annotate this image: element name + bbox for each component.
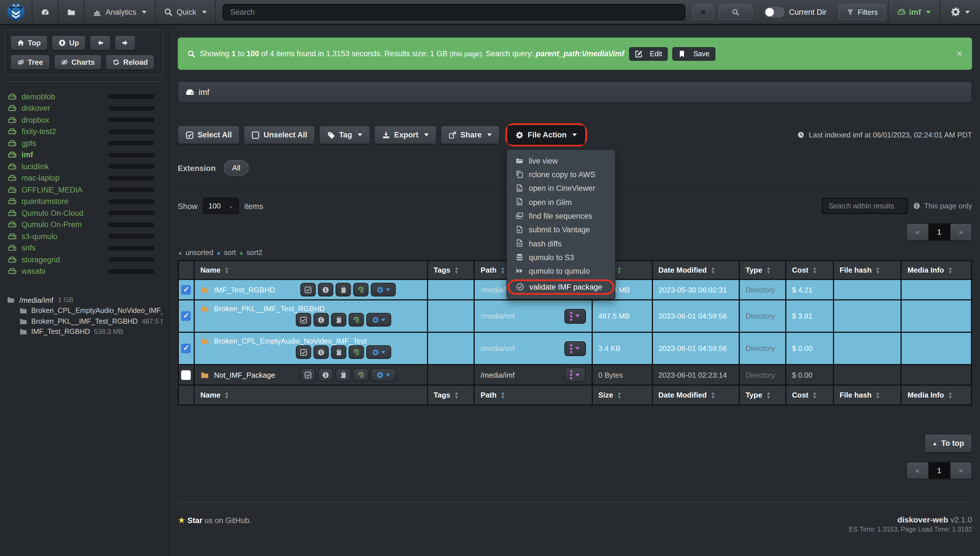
- current-page-button[interactable]: 1: [928, 224, 949, 240]
- row-hash-button[interactable]: [353, 368, 368, 381]
- column-header-cost[interactable]: Cost ▲▼: [786, 261, 834, 279]
- sidebar-item-index[interactable]: fixity-test2: [8, 126, 162, 137]
- sort-arrows-icon[interactable]: ▲▼: [454, 266, 459, 274]
- row-name[interactable]: Broken_PKL__IMF_Test_RGBHD: [200, 304, 421, 313]
- sort-arrows-icon[interactable]: ▲▼: [224, 266, 229, 274]
- row-actions-dropdown-button[interactable]: [371, 283, 396, 296]
- file-browser-menu[interactable]: [58, 0, 85, 24]
- sidebar-item-index[interactable]: OFFLINE_MEDIA: [8, 184, 162, 196]
- reload-button[interactable]: Reload: [106, 55, 155, 70]
- sort-arrows-icon[interactable]: ▲▼: [224, 391, 229, 399]
- row-hash-button[interactable]: [349, 313, 364, 326]
- row-checkbox[interactable]: [181, 370, 191, 380]
- footer-column-hash[interactable]: File hash ▲▼: [834, 386, 902, 404]
- footer-column-media[interactable]: Media Info ▲▼: [902, 386, 971, 404]
- sidebar-item-index[interactable]: Qumulo On-Prem: [8, 219, 162, 231]
- row-actions-dropdown-button[interactable]: [366, 345, 391, 359]
- sidebar-item-index[interactable]: dropbox: [8, 114, 162, 126]
- row-name[interactable]: Not_IMF_Package: [200, 370, 300, 379]
- sort-arrows-icon[interactable]: ▲▼: [875, 391, 880, 399]
- file-action-menu-item[interactable]: open in Glim: [507, 196, 615, 209]
- file-action-menu-item[interactable]: find file sequences: [507, 209, 615, 223]
- footer-column-type[interactable]: Type ▲▼: [740, 386, 786, 404]
- save-query-button[interactable]: Save: [672, 47, 715, 60]
- sort-arrows-icon[interactable]: ▲▼: [710, 391, 715, 399]
- row-menu-button[interactable]: [564, 367, 586, 382]
- sort-arrows-icon[interactable]: ▲▼: [617, 266, 622, 274]
- forward-button[interactable]: [115, 35, 136, 50]
- sidebar-item-index[interactable]: demoblob: [8, 91, 162, 102]
- sidebar-item-index[interactable]: lucidlink: [8, 161, 162, 172]
- footer-column-size[interactable]: Size ▲▼: [593, 386, 653, 404]
- row-hash-button[interactable]: [353, 283, 368, 296]
- tree-toggle-button[interactable]: Tree: [10, 55, 50, 70]
- search-within-results-input[interactable]: [822, 198, 908, 214]
- footer-column-tags[interactable]: Tags ▲▼: [428, 386, 475, 404]
- sidebar-item-index[interactable]: s3-qumulo: [8, 231, 162, 242]
- file-action-menu-item[interactable]: hash diffs: [507, 237, 615, 251]
- charts-toggle-button[interactable]: Charts: [54, 55, 102, 70]
- page-size-select[interactable]: 100 ⌄: [203, 198, 239, 214]
- row-select-button[interactable]: [296, 345, 311, 359]
- tree-child-item[interactable]: IMF_Test_RGBHD 538.3 MB: [19, 326, 162, 337]
- extension-all-button[interactable]: All: [224, 160, 249, 176]
- tree-child-item[interactable]: Broken_CPL_EmptyAudio_NoVideo_IMF_Test: [19, 305, 162, 316]
- sidebar-item-index[interactable]: Qumulo On-Cloud: [8, 207, 162, 219]
- file-action-menu-item[interactable]: rclone copy to AWS: [507, 168, 615, 182]
- file-action-menu-item[interactable]: submit to Vantage: [507, 223, 615, 237]
- row-info-button[interactable]: [318, 368, 333, 381]
- sidebar-item-index[interactable]: wasabi: [8, 265, 162, 277]
- column-header-media[interactable]: Media Info ▲▼: [902, 261, 971, 279]
- tree-root-item[interactable]: /media/imf 1 GB: [7, 294, 162, 305]
- index-selector[interactable]: imf: [888, 0, 940, 24]
- sort-arrows-icon[interactable]: ▲▼: [500, 266, 505, 274]
- current-dir-toggle[interactable]: [764, 6, 785, 17]
- row-path[interactable]: /media/imf: [481, 344, 515, 353]
- top-button[interactable]: Top: [10, 35, 48, 50]
- sort-arrows-icon[interactable]: ▲▼: [617, 391, 622, 399]
- tree-child-item[interactable]: Broken_PKL__IMF_Test_RGBHD 487.5 MB: [19, 316, 162, 326]
- sort-arrows-icon[interactable]: ▲▼: [500, 391, 505, 399]
- clear-search-button[interactable]: ✕: [692, 4, 714, 20]
- next-page-button[interactable]: »: [950, 462, 972, 479]
- back-button[interactable]: [90, 35, 111, 50]
- footer-column-name[interactable]: Name ▲▼: [195, 386, 428, 404]
- sidebar-item-index[interactable]: snfs: [8, 242, 162, 254]
- column-header-tags[interactable]: Tags ▲▼: [428, 261, 475, 279]
- row-select-button[interactable]: [300, 283, 316, 296]
- column-header-modified[interactable]: Date Modified ▲▼: [653, 261, 740, 279]
- sort-arrows-icon[interactable]: ▲▼: [948, 266, 953, 274]
- sort-arrows-icon[interactable]: ▲▼: [710, 266, 715, 274]
- row-path[interactable]: /media/imf: [481, 370, 515, 379]
- row-info-button[interactable]: [313, 345, 329, 359]
- share-button[interactable]: Share: [441, 126, 500, 144]
- file-action-menu-item[interactable]: live view: [507, 154, 615, 168]
- sidebar-item-index[interactable]: diskover: [8, 102, 162, 114]
- sort-arrows-icon[interactable]: ▲▼: [875, 266, 880, 274]
- file-action-menu-item[interactable]: qumulo to S3: [507, 251, 615, 265]
- file-action-menu-item[interactable]: validate IMF package: [508, 280, 615, 295]
- filters-button[interactable]: Filters: [838, 4, 886, 20]
- current-page-button[interactable]: 1: [928, 462, 949, 479]
- row-checkbox[interactable]: [181, 344, 191, 353]
- app-logo[interactable]: [0, 0, 32, 24]
- row-info-button[interactable]: [313, 313, 329, 326]
- quick-search-menu[interactable]: Quick: [156, 0, 215, 24]
- alert-close-button[interactable]: ×: [957, 48, 962, 59]
- prev-page-button[interactable]: «: [907, 224, 928, 240]
- next-page-button[interactable]: »: [950, 224, 972, 240]
- export-button[interactable]: Export: [374, 126, 437, 144]
- unselect-all-button[interactable]: Unselect All: [244, 126, 315, 144]
- github-star-link[interactable]: ★ Star us on GitHub.: [178, 515, 252, 533]
- sort-arrows-icon[interactable]: ▲▼: [948, 391, 953, 399]
- dashboard-menu[interactable]: [32, 0, 58, 24]
- sort-arrows-icon[interactable]: ▲▼: [766, 266, 771, 274]
- sidebar-item-index[interactable]: mac-laptop: [8, 172, 162, 184]
- column-header-name[interactable]: Name ▲▼: [195, 261, 428, 279]
- up-button[interactable]: Up: [52, 35, 86, 50]
- prev-page-button[interactable]: «: [907, 462, 928, 479]
- sidebar-item-index[interactable]: gpfs: [8, 137, 162, 149]
- column-header-type[interactable]: Type ▲▼: [740, 261, 786, 279]
- sort-arrows-icon[interactable]: ▲▼: [454, 391, 459, 399]
- row-name[interactable]: IMF_Test_RGBHD: [200, 285, 300, 294]
